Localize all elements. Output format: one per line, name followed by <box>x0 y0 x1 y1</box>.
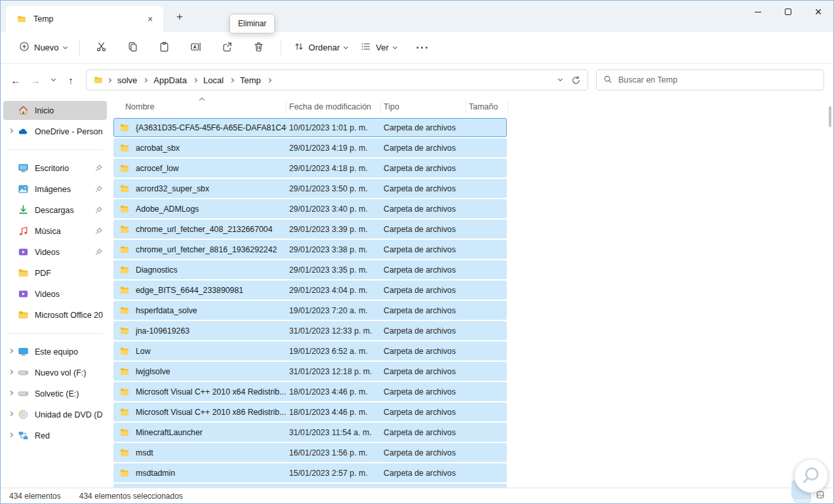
address-bar[interactable]: solveAppDataLocalTemp <box>86 69 588 90</box>
sidebar-item-videos[interactable]: Videos <box>3 242 107 262</box>
file-row-chrome-url-fetcher-8816-1936292242[interactable]: chrome_url_fetcher_8816_193629224229/01/… <box>113 240 507 259</box>
expand-chevron-icon[interactable] <box>9 128 13 132</box>
file-type: Carpeta de archivos <box>381 245 466 254</box>
file-row-microsoft-visual-c-2010-x86-redistrib[interactable]: Microsoft Visual C++ 2010 x86 Redistrib.… <box>113 402 507 421</box>
breadcrumb-item-solve[interactable]: solve <box>113 74 141 87</box>
back-button[interactable] <box>6 70 26 90</box>
file-row-msdt[interactable]: msdt16/01/2023 1:56 p. m.Carpeta de arch… <box>113 443 507 462</box>
sidebar-item-label: Este equipo <box>35 347 103 357</box>
file-row-adobe-admlogs[interactable]: Adobe_ADMLogs29/01/2023 3:40 p. m.Carpet… <box>113 199 507 218</box>
breadcrumb-chevron-icon[interactable] <box>143 77 148 82</box>
folder-icon <box>119 448 130 457</box>
maximize-button[interactable] <box>773 1 803 23</box>
delete-button[interactable] <box>245 37 273 59</box>
tab-title: Temp <box>33 14 142 24</box>
sidebar-item-solvetic-e[interactable]: Solvetic (E:) <box>3 384 107 403</box>
more-options-button[interactable] <box>411 37 435 59</box>
sidebar-item-nuevo-vol-f[interactable]: Nuevo vol (F:) <box>3 363 107 382</box>
file-row-msdtadmin[interactable]: msdtadmin15/01/2023 2:57 p. m.Carpeta de… <box>113 463 507 482</box>
sidebar-item-unidad-de-dvd-d[interactable]: Unidad de DVD (D:) <box>3 405 107 424</box>
file-row-lwjglsolve[interactable]: lwjglsolve31/01/2023 12:18 p. m.Carpeta … <box>113 362 507 381</box>
file-row-acrord32-super-sbx[interactable]: acrord32_super_sbx29/01/2023 3:50 p. m.C… <box>113 179 507 198</box>
breadcrumb-chevron-icon[interactable] <box>107 77 111 82</box>
sidebar-list: InicioOneDrive - PersonaEscritorioImágen… <box>1 101 109 445</box>
sidebar-item-label: Nuevo vol (F:) <box>35 368 103 378</box>
expand-chevron-icon[interactable] <box>9 390 13 395</box>
sidebar-item-musica[interactable]: Música <box>3 222 107 241</box>
drive-icon <box>18 367 29 378</box>
file-name: Adobe_ADMLogs <box>136 204 199 214</box>
file-row-low[interactable]: Low19/01/2023 6:52 a. m.Carpeta de archi… <box>113 341 507 360</box>
breadcrumb-item-local[interactable]: Local <box>199 74 228 87</box>
address-dropdown-chevron-icon[interactable] <box>558 77 563 81</box>
folder-icon <box>119 224 130 234</box>
recent-locations-button[interactable] <box>45 70 61 90</box>
sidebar-item-escritorio[interactable]: Escritorio <box>3 159 107 178</box>
file-row-acrobat-sbx[interactable]: acrobat_sbx29/01/2023 4:19 p. m.Carpeta … <box>113 138 507 157</box>
close-button[interactable] <box>803 1 833 23</box>
rename-button[interactable] <box>182 37 210 59</box>
breadcrumb-item-appdata[interactable]: AppData <box>149 74 191 87</box>
expand-chevron-icon[interactable] <box>9 432 13 436</box>
sidebar-item-este-equipo[interactable]: Este equipo <box>3 342 107 361</box>
copy-button[interactable] <box>119 37 147 59</box>
cut-button[interactable] <box>88 37 115 59</box>
column-header-nombre[interactable]: Nombre <box>113 100 287 113</box>
sidebar-item-onedrive-persona[interactable]: OneDrive - Persona <box>3 122 107 141</box>
pictures-icon <box>18 184 29 195</box>
main-area: InicioOneDrive - PersonaEscritorioImágen… <box>1 96 833 488</box>
file-date: 16/01/2023 1:56 p. m. <box>287 448 381 457</box>
expand-chevron-icon[interactable] <box>9 411 13 416</box>
refresh-icon[interactable] <box>571 75 581 85</box>
sidebar-item-videos[interactable]: Videos <box>3 284 107 303</box>
tab-bar: Temp <box>1 1 833 32</box>
file-row-microsoft-visual-c-2010-x64-redistrib[interactable]: Microsoft Visual C++ 2010 x64 Redistrib.… <box>113 382 507 401</box>
up-button[interactable] <box>61 70 81 90</box>
breadcrumb-chevron-icon[interactable] <box>193 77 197 82</box>
maximize-icon <box>785 9 791 15</box>
file-row-edge-bits-6644-233890981[interactable]: edge_BITS_6644_23389098129/01/2023 4:04 … <box>113 281 507 300</box>
search-highlights-widget[interactable] <box>790 459 828 499</box>
sidebar-item-pdf[interactable]: PDF <box>3 263 107 282</box>
breadcrumb-item-temp[interactable]: Temp <box>236 74 265 87</box>
minimize-button[interactable] <box>743 1 773 23</box>
sidebar-item-inicio[interactable]: Inicio <box>3 101 107 120</box>
file-type: Carpeta de archivos <box>381 326 466 336</box>
sidebar-item-descargas[interactable]: Descargas <box>3 201 107 220</box>
sort-button[interactable]: Ordenar <box>287 37 355 59</box>
file-row-hsperfdata-solve[interactable]: hsperfdata_solve19/01/2023 7:20 a. m.Car… <box>113 301 507 320</box>
view-button[interactable]: Ver <box>354 37 403 59</box>
new-button[interactable]: Nuevo <box>12 37 73 59</box>
share-button[interactable] <box>214 37 241 59</box>
sidebar-item-imagenes[interactable]: Imágenes <box>3 180 107 199</box>
view-icon <box>361 41 371 54</box>
file-row-acrocef-low[interactable]: acrocef_low29/01/2023 4:18 p. m.Carpeta … <box>113 159 507 178</box>
file-row-diagnostics[interactable]: Diagnostics29/01/2023 3:35 p. m.Carpeta … <box>113 260 507 279</box>
sidebar-item-label: Videos <box>35 248 94 257</box>
file-name: hsperfdata_solve <box>136 306 197 315</box>
search-box[interactable] <box>596 69 824 90</box>
column-header-tamano[interactable]: Tamaño <box>466 100 508 113</box>
magnifier-bubble[interactable] <box>794 459 828 493</box>
new-tab-button[interactable] <box>171 9 188 25</box>
breadcrumb-chevron-icon[interactable] <box>267 77 271 82</box>
sidebar-item-microsoft-office-20[interactable]: Microsoft Office 20 <box>3 305 107 324</box>
expand-chevron-icon[interactable] <box>9 369 13 374</box>
file-row-a3631d35-cfa5-45f6-a65e-dafa81c4c[interactable]: {A3631D35-CFA5-45F6-A65E-DAFA81C4C...10/… <box>113 118 507 137</box>
search-input[interactable] <box>618 75 817 85</box>
folder-icon <box>119 265 130 275</box>
forward-button[interactable] <box>26 70 45 90</box>
file-row-minecraftlauncher[interactable]: MinecraftLauncher31/01/2023 11:54 a. m.C… <box>113 423 507 442</box>
vertical-scrollbar[interactable] <box>829 106 831 127</box>
tab-close-icon[interactable] <box>142 11 158 27</box>
file-date: 19/01/2023 6:52 a. m. <box>287 347 381 356</box>
paste-button[interactable] <box>151 37 178 59</box>
file-row-chrome-url-fetcher-408-2132667004[interactable]: chrome_url_fetcher_408_213266700429/01/2… <box>113 220 507 239</box>
sidebar-item-red[interactable]: Red <box>3 426 107 445</box>
expand-chevron-icon[interactable] <box>9 348 13 353</box>
file-row-jna-109619263[interactable]: jna-10961926331/01/2023 12:33 p. m.Carpe… <box>113 321 507 340</box>
column-header-tipo[interactable]: Tipo <box>381 100 466 113</box>
tab-temp[interactable]: Temp <box>6 6 163 32</box>
breadcrumb-chevron-icon[interactable] <box>229 77 234 82</box>
column-header-fecha[interactable]: Fecha de modificación <box>287 100 381 113</box>
